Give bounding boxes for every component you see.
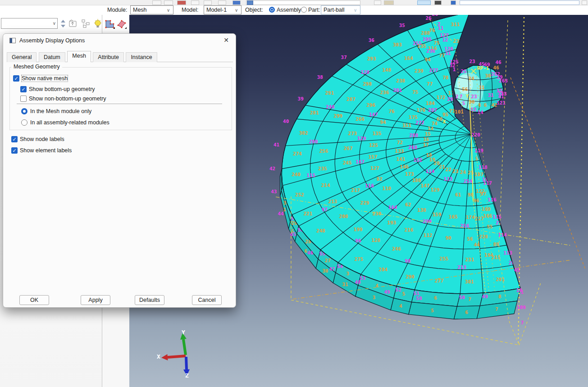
- query-tree-icon[interactable]: [81, 19, 91, 29]
- model-value: Model-1: [206, 7, 227, 13]
- show-node-labels-label: Show node labels: [20, 136, 64, 142]
- toolbar-combobox-fragment[interactable]: [246, 0, 360, 5]
- svg-text:277: 277: [429, 68, 438, 73]
- svg-text:128: 128: [360, 69, 369, 75]
- module-combobox[interactable]: Mesh ∨: [130, 5, 173, 14]
- svg-text:5: 5: [431, 308, 434, 314]
- svg-text:18: 18: [426, 152, 432, 158]
- svg-text:46: 46: [493, 65, 499, 71]
- svg-text:147: 147: [421, 183, 430, 189]
- svg-text:166: 166: [483, 213, 492, 219]
- svg-text:15: 15: [425, 131, 431, 137]
- tab-general[interactable]: General: [7, 52, 36, 62]
- svg-text:50: 50: [416, 296, 422, 301]
- toolbar-button-fragment[interactable]: [451, 0, 456, 5]
- svg-text:31: 31: [479, 85, 485, 91]
- all-assembly-modules-radio[interactable]: [21, 119, 27, 126]
- svg-text:5: 5: [402, 291, 406, 297]
- all-assembly-modules-label: In all assembly-related modules: [30, 119, 109, 126]
- svg-text:172: 172: [437, 95, 446, 100]
- toolbar-button-fragment[interactable]: [247, 0, 253, 5]
- svg-text:180: 180: [412, 178, 421, 183]
- svg-text:303: 303: [393, 42, 402, 48]
- svg-text:239: 239: [415, 68, 424, 74]
- svg-text:298: 298: [363, 81, 372, 87]
- show-bottom-up-geometry-checkbox[interactable]: ✓: [20, 86, 27, 92]
- toolbar-button-fragment[interactable]: [164, 0, 173, 5]
- svg-text:2: 2: [456, 94, 459, 100]
- object-part-radio[interactable]: [301, 7, 307, 13]
- toolbar-button-fragment[interactable]: [177, 0, 186, 5]
- svg-text:236: 236: [426, 48, 435, 54]
- toolbar-button-fragment[interactable]: [582, 0, 587, 5]
- part-radio-label: Part:: [308, 7, 320, 13]
- svg-text:47: 47: [329, 266, 335, 272]
- toolbar-button-fragment[interactable]: [384, 0, 394, 5]
- toolbar-button-fragment[interactable]: [417, 0, 431, 5]
- svg-text:164: 164: [388, 205, 397, 210]
- ok-button[interactable]: OK: [19, 295, 49, 305]
- svg-text:31: 31: [342, 282, 348, 287]
- selection-filter-combobox[interactable]: ∨: [1, 18, 58, 29]
- toolbar-button-fragment[interactable]: [374, 0, 381, 5]
- svg-text:23: 23: [452, 168, 458, 174]
- mesh-module-only-radio[interactable]: [21, 108, 27, 114]
- toolbar-button-fragment[interactable]: [218, 0, 226, 5]
- svg-text:252: 252: [295, 192, 304, 198]
- svg-text:173: 173: [405, 171, 414, 177]
- apply-button[interactable]: Apply: [81, 295, 110, 305]
- svg-text:214: 214: [321, 182, 330, 188]
- dialog-titlebar[interactable]: Assembly Display Options ✕: [3, 34, 236, 47]
- svg-text:299: 299: [423, 219, 432, 224]
- svg-text:201: 201: [509, 260, 518, 266]
- module-value: Mesh: [133, 7, 147, 13]
- tab-mesh[interactable]: Mesh: [67, 51, 91, 62]
- show-element-labels-checkbox[interactable]: ✓: [11, 147, 18, 154]
- tab-attribute[interactable]: Attribute: [93, 52, 124, 62]
- svg-text:311: 311: [451, 22, 460, 27]
- svg-text:6: 6: [465, 310, 468, 315]
- lightbulb-icon[interactable]: [94, 19, 102, 30]
- show-non-bottom-up-geometry-checkbox[interactable]: [20, 96, 27, 102]
- svg-text:299: 299: [333, 113, 342, 119]
- close-icon[interactable]: ✕: [222, 36, 230, 45]
- part-combobox[interactable]: Part-ball ∨: [321, 5, 360, 14]
- spinner-arrows-icon[interactable]: [60, 19, 66, 29]
- show-native-mesh-checkbox[interactable]: ✓: [13, 75, 19, 82]
- toolbar-button-fragment[interactable]: [204, 0, 212, 5]
- model-combobox[interactable]: Model-1 ∨: [204, 5, 242, 14]
- svg-text:39: 39: [298, 96, 304, 102]
- svg-text:41: 41: [273, 142, 280, 148]
- svg-text:114: 114: [425, 168, 434, 174]
- defaults-button[interactable]: Defaults: [135, 295, 164, 305]
- svg-text:113: 113: [444, 176, 453, 182]
- toolbar-field-fragment[interactable]: [460, 0, 579, 5]
- object-assembly-radio[interactable]: [269, 7, 275, 13]
- toolbar-button-fragment[interactable]: [191, 0, 199, 5]
- toolbar-button-fragment[interactable]: [434, 0, 442, 5]
- svg-text:255: 255: [439, 256, 448, 262]
- svg-text:164: 164: [404, 55, 413, 61]
- folder-up-icon[interactable]: [68, 19, 77, 29]
- mesh-edit-icon[interactable]: [116, 19, 127, 30]
- tab-datum[interactable]: Datum: [39, 52, 65, 62]
- svg-text:69: 69: [484, 62, 490, 68]
- show-node-labels-checkbox[interactable]: ✓: [11, 136, 18, 142]
- svg-text:165: 165: [449, 214, 458, 220]
- mesh-tool-icon[interactable]: [105, 19, 115, 30]
- svg-text:246: 246: [392, 246, 401, 252]
- cancel-button[interactable]: Cancel: [192, 295, 222, 305]
- svg-text:96: 96: [355, 238, 361, 244]
- svg-text:49: 49: [482, 294, 488, 300]
- svg-text:272: 272: [415, 120, 424, 126]
- svg-text:10: 10: [516, 287, 522, 293]
- svg-text:33: 33: [501, 91, 506, 97]
- svg-text:184: 184: [426, 100, 435, 106]
- toolbar-button-fragment[interactable]: [232, 0, 241, 5]
- svg-text:97: 97: [322, 207, 328, 213]
- svg-text:290: 290: [406, 274, 415, 280]
- svg-text:52: 52: [470, 107, 476, 113]
- toolbar-button-fragment[interactable]: [152, 0, 161, 5]
- tab-instance[interactable]: Instance: [126, 52, 157, 62]
- svg-text:8: 8: [498, 294, 501, 300]
